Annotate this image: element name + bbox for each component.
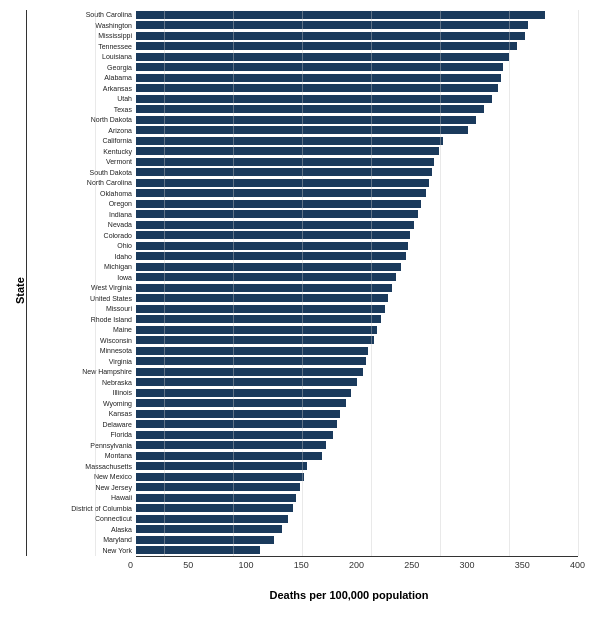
bar-track [136, 126, 578, 134]
bar-track [136, 347, 578, 355]
x-tick-label: 400 [570, 560, 585, 570]
bar-fill [136, 63, 503, 71]
bar-fill [136, 483, 300, 491]
x-axis-area: 050100150200250300350400 [136, 556, 578, 571]
bar-label: Pennsylvania [26, 442, 136, 449]
bar-track [136, 42, 578, 50]
bar-fill [136, 273, 396, 281]
bar-fill [136, 179, 429, 187]
grid-line [26, 10, 27, 556]
grid-line [302, 10, 303, 556]
bar-fill [136, 137, 443, 145]
bar-label: Michigan [26, 263, 136, 270]
bar-track [136, 263, 578, 271]
x-tick-label: 150 [294, 560, 309, 570]
bar-fill [136, 389, 351, 397]
bar-fill [136, 221, 414, 229]
bar-fill [136, 525, 282, 533]
bar-fill [136, 431, 333, 439]
bar-track [136, 536, 578, 544]
bar-fill [136, 147, 439, 155]
bar-label: District of Columbia [26, 505, 136, 512]
bar-label: New Mexico [26, 473, 136, 480]
bar-label: Maine [26, 326, 136, 333]
x-tick-label: 0 [128, 560, 133, 570]
bar-track [136, 326, 578, 334]
bars-section: South CarolinaWashingtonMississippiTenne… [26, 10, 578, 556]
bar-label: Kansas [26, 410, 136, 417]
grid-line [233, 10, 234, 556]
grid-line [164, 10, 165, 556]
bar-fill [136, 242, 408, 250]
bar-fill [136, 420, 337, 428]
bar-label: Delaware [26, 421, 136, 428]
bar-fill [136, 473, 304, 481]
bar-fill [136, 231, 410, 239]
bar-label: Ohio [26, 242, 136, 249]
bar-fill [136, 210, 418, 218]
bar-fill [136, 74, 501, 82]
bar-label: Connecticut [26, 515, 136, 522]
bar-track [136, 473, 578, 481]
bar-fill [136, 410, 340, 418]
bar-label: North Carolina [26, 179, 136, 186]
bar-fill [136, 368, 363, 376]
bar-label: Georgia [26, 64, 136, 71]
bar-label: Wyoming [26, 400, 136, 407]
bar-label: Montana [26, 452, 136, 459]
bar-label: Oregon [26, 200, 136, 207]
bar-label: New Hampshire [26, 368, 136, 375]
bar-track [136, 420, 578, 428]
bar-label: Minnesota [26, 347, 136, 354]
bar-track [136, 315, 578, 323]
bar-track [136, 452, 578, 460]
bar-fill [136, 462, 307, 470]
bar-track [136, 231, 578, 239]
x-tick-label: 250 [404, 560, 419, 570]
bar-track [136, 410, 578, 418]
bar-track [136, 389, 578, 397]
bar-track [136, 368, 578, 376]
x-tick-label: 200 [349, 560, 364, 570]
bar-fill [136, 399, 346, 407]
bar-track [136, 515, 578, 523]
x-tick-label: 100 [239, 560, 254, 570]
bar-track [136, 200, 578, 208]
bar-track [136, 32, 578, 40]
bar-track [136, 63, 578, 71]
bar-fill [136, 347, 368, 355]
grid-line [371, 10, 372, 556]
bar-fill [136, 357, 366, 365]
bar-track [136, 221, 578, 229]
bar-fill [136, 21, 528, 29]
bar-label: North Dakota [26, 116, 136, 123]
bar-label: Massachusetts [26, 463, 136, 470]
grid-line [578, 10, 579, 556]
bar-fill [136, 95, 492, 103]
bar-label: South Dakota [26, 169, 136, 176]
x-tick-label: 50 [183, 560, 193, 570]
bar-track [136, 210, 578, 218]
grid-line [95, 10, 96, 556]
x-tick-label: 350 [515, 560, 530, 570]
bar-track [136, 95, 578, 103]
bar-fill [136, 158, 434, 166]
bar-label: Iowa [26, 274, 136, 281]
bar-track [136, 294, 578, 302]
bar-track [136, 273, 578, 281]
bar-track [136, 53, 578, 61]
bar-label: Nevada [26, 221, 136, 228]
bar-label: Maryland [26, 536, 136, 543]
bar-track [136, 357, 578, 365]
bar-track [136, 168, 578, 176]
x-axis-label: Deaths per 100,000 population [120, 589, 578, 601]
bar-track [136, 189, 578, 197]
bar-track [136, 441, 578, 449]
x-ticks: 050100150200250300350400 [136, 557, 578, 571]
bar-track [136, 11, 578, 19]
bar-fill [136, 504, 293, 512]
bar-fill [136, 294, 388, 302]
bar-track [136, 284, 578, 292]
bar-label: South Carolina [26, 11, 136, 18]
bar-track [136, 74, 578, 82]
